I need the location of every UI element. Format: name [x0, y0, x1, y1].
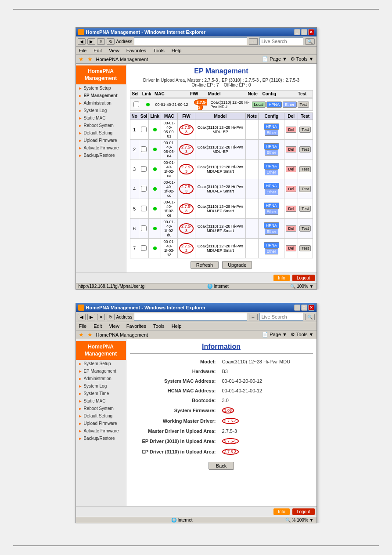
- sidebar-item-admin-1[interactable]: ► Administration: [76, 99, 126, 107]
- menu-file-1[interactable]: File: [78, 47, 88, 54]
- btn-del-5[interactable]: Del: [286, 206, 296, 212]
- btn-hpna-1[interactable]: HPNA: [264, 123, 279, 130]
- menu-view-1[interactable]: View: [108, 47, 121, 54]
- btn-hpna-4[interactable]: HPNA: [264, 183, 279, 189]
- btn-ether-2[interactable]: Ether: [265, 149, 279, 156]
- ep-sol-cb-3[interactable]: [141, 166, 147, 172]
- page-tool-2[interactable]: 📄 Page ▼: [262, 332, 287, 337]
- forward-nav-btn-2[interactable]: ▶: [87, 314, 95, 320]
- btn-test-1[interactable]: Test: [299, 127, 311, 133]
- btn-test-6[interactable]: Test: [299, 225, 311, 232]
- back-nav-btn-1[interactable]: ◀: [78, 38, 86, 45]
- ep-sol-cb-2[interactable]: [141, 146, 147, 152]
- win-buttons-1[interactable]: _ □ ✕: [294, 29, 314, 35]
- btn-local-master[interactable]: Local: [252, 102, 266, 108]
- ep-sol-cb-6[interactable]: [141, 225, 147, 231]
- tools-tool-2[interactable]: ⚙ Tools ▼: [291, 332, 313, 337]
- info-btn-2[interactable]: Info: [273, 508, 290, 515]
- btn-del-7[interactable]: Del: [286, 245, 296, 251]
- ep-sol-cb-5[interactable]: [141, 206, 147, 211]
- tools-tool-1[interactable]: ⚙ Tools ▼: [291, 56, 313, 62]
- btn-del-6[interactable]: Del: [286, 225, 296, 232]
- sidebar-item-system-setup-2[interactable]: ► System Setup: [76, 360, 126, 367]
- sidebar-item-activate-1[interactable]: ► Activate Firmware: [76, 144, 126, 152]
- refresh-nav-btn-2[interactable]: ↻: [107, 314, 115, 320]
- go-btn-2[interactable]: →: [249, 314, 258, 320]
- menu-tools-2[interactable]: Tools: [152, 323, 166, 329]
- maximize-btn-1[interactable]: □: [301, 29, 307, 35]
- minimize-btn-2[interactable]: _: [294, 305, 300, 311]
- btn-ether-5[interactable]: Ether: [265, 209, 279, 215]
- sidebar-item-static-mac-2[interactable]: ► Static MAC: [76, 397, 126, 405]
- search-btn-1[interactable]: 🔍: [305, 38, 315, 45]
- search-input-2[interactable]: [259, 313, 303, 321]
- btn-hpna-6[interactable]: HPNA: [264, 222, 279, 229]
- refresh-nav-btn-1[interactable]: ↻: [107, 38, 115, 45]
- menu-help-2[interactable]: Help: [170, 323, 183, 329]
- logout-btn-2[interactable]: Logout: [292, 508, 315, 515]
- btn-test-4[interactable]: Test: [299, 186, 311, 192]
- sidebar-item-backup-2[interactable]: ► Backup/Restore: [76, 435, 126, 442]
- upgrade-btn-1[interactable]: Upgrade: [222, 261, 252, 269]
- btn-del-1[interactable]: Del: [286, 127, 296, 133]
- sidebar-item-backup-1[interactable]: ► Backup/Restore: [76, 152, 126, 159]
- menu-help-1[interactable]: Help: [170, 47, 183, 54]
- sidebar-item-ep-mgmt-2[interactable]: ► EP Management: [76, 367, 126, 375]
- sidebar-item-default-1[interactable]: ► Default Setting: [76, 129, 126, 137]
- sidebar-item-default-2[interactable]: ► Default Setting: [76, 412, 126, 420]
- close-btn-1[interactable]: ✕: [308, 29, 314, 35]
- sidebar-item-reboot-2[interactable]: ► Reboot System: [76, 405, 126, 412]
- stop-nav-btn-1[interactable]: ✕: [97, 38, 105, 45]
- btn-del-3[interactable]: Del: [286, 166, 296, 172]
- minimize-btn-1[interactable]: _: [294, 29, 300, 35]
- btn-hpna-master[interactable]: HPNA: [266, 102, 282, 108]
- btn-hpna-2[interactable]: HPNA: [264, 143, 279, 149]
- btn-hpna-5[interactable]: HPNA: [264, 203, 279, 209]
- btn-test-7[interactable]: Test: [299, 245, 311, 251]
- menu-file-2[interactable]: File: [78, 323, 88, 329]
- close-btn-2[interactable]: ✕: [308, 305, 314, 311]
- menu-view-2[interactable]: View: [108, 323, 121, 329]
- menu-edit-1[interactable]: Edit: [92, 47, 103, 54]
- sidebar-item-admin-2[interactable]: ► Administration: [76, 375, 126, 382]
- address-input-2[interactable]: http://192.168.1.1/tgi/login.tgi: [134, 313, 247, 321]
- sidebar-item-activate-2[interactable]: ► Activate Firmware: [76, 427, 126, 435]
- logout-btn-1[interactable]: Logout: [292, 275, 315, 281]
- btn-hpna-3[interactable]: HPNA: [264, 163, 279, 169]
- sidebar-item-static-mac-1[interactable]: ► Static MAC: [76, 114, 126, 122]
- sidebar-item-upload-2[interactable]: ► Upload Firmware: [76, 420, 126, 427]
- win-buttons-2[interactable]: _ □ ✕: [294, 305, 314, 311]
- info-btn-1[interactable]: Info: [273, 275, 290, 281]
- menu-favorites-1[interactable]: Favorites: [125, 47, 147, 54]
- refresh-btn-1[interactable]: Refresh: [191, 261, 219, 269]
- sidebar-item-upload-1[interactable]: ► Upload Firmware: [76, 137, 126, 144]
- btn-del-4[interactable]: Del: [286, 186, 296, 192]
- btn-test-master[interactable]: Test: [298, 102, 309, 108]
- maximize-btn-2[interactable]: □: [301, 305, 307, 311]
- sidebar-item-syslog-1[interactable]: ► System Log: [76, 107, 126, 114]
- btn-ether-1[interactable]: Ether: [265, 130, 279, 136]
- back-nav-btn-2[interactable]: ◀: [78, 314, 86, 320]
- fav-link-1[interactable]: HomePNA Management: [96, 57, 148, 62]
- btn-del-2[interactable]: Del: [286, 146, 296, 152]
- forward-nav-btn-1[interactable]: ▶: [87, 38, 95, 45]
- search-input-1[interactable]: [259, 37, 303, 45]
- sidebar-item-systime-2[interactable]: ► System Time: [76, 390, 126, 397]
- go-btn-1[interactable]: →: [249, 38, 258, 45]
- stop-nav-btn-2[interactable]: ✕: [97, 314, 105, 320]
- ep-sol-cb-1[interactable]: [141, 127, 147, 132]
- btn-ether-6[interactable]: Ether: [265, 229, 279, 235]
- btn-ether-master[interactable]: Ether: [283, 102, 297, 108]
- master-checkbox[interactable]: [133, 102, 139, 107]
- ep-sol-cb-4[interactable]: [141, 186, 147, 192]
- menu-favorites-2[interactable]: Favorites: [125, 323, 147, 329]
- btn-test-5[interactable]: Test: [299, 206, 311, 212]
- sidebar-item-reboot-1[interactable]: ► Reboot System: [76, 122, 126, 129]
- page-tool-1[interactable]: 📄 Page ▼: [262, 56, 287, 62]
- btn-hpna-7[interactable]: HPNA: [264, 242, 279, 248]
- address-input-1[interactable]: http://192.168.1.1/tgi/login.tgi: [134, 37, 247, 45]
- ep-sol-cb-7[interactable]: [141, 245, 147, 251]
- sidebar-item-syslog-2[interactable]: ► System Log: [76, 382, 126, 390]
- sidebar-item-system-setup-1[interactable]: ► System Setup: [76, 84, 126, 92]
- back-btn[interactable]: Back: [209, 462, 234, 470]
